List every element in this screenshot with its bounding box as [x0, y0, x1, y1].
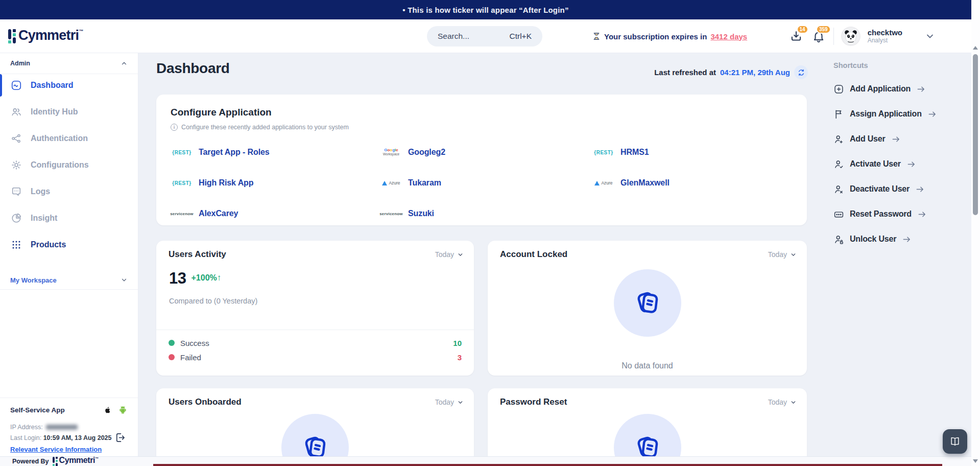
period-dropdown[interactable]: Today: [435, 250, 464, 259]
notifications-button[interactable]: 359: [811, 29, 826, 44]
arrow-right-icon: [906, 159, 916, 169]
sidebar-item-dashboard[interactable]: Dashboard: [0, 72, 138, 99]
chevron-down-icon: [457, 399, 464, 406]
user-menu[interactable]: checktwo Analyst: [868, 28, 902, 44]
legend-value: 10: [453, 339, 462, 347]
help-widget-button[interactable]: [943, 429, 967, 454]
arrow-right-icon: [916, 84, 926, 94]
legend-row-success: Success 10: [169, 337, 462, 349]
sidebar: Admin Dashboard: [0, 53, 138, 466]
shortcut-unlock-user[interactable]: Unlock User: [833, 232, 967, 246]
apple-icon[interactable]: [103, 405, 112, 415]
chevron-down-icon: [121, 276, 128, 284]
cymmetri-footer-logo: Cymmetri ™: [53, 456, 99, 466]
app-link[interactable]: Target App - Roles: [199, 148, 270, 157]
logout-icon[interactable]: [114, 432, 126, 446]
sidebar-item-label: Products: [31, 240, 66, 249]
flag-icon: [833, 109, 844, 120]
user-avatar[interactable]: [841, 27, 861, 46]
sidebar-item-insight[interactable]: Insight: [0, 205, 138, 231]
app-link[interactable]: High Risk App: [199, 178, 253, 188]
cymmetri-logo-mark-icon: [53, 457, 58, 466]
refresh-icon: [797, 68, 805, 77]
page-scrollbar[interactable]: [971, 0, 980, 466]
sidebar-item-logs[interactable]: Logs: [0, 178, 138, 205]
rest-badge: {REST}: [172, 180, 191, 186]
hourglass-icon: [592, 32, 601, 40]
search-input[interactable]: Search... Ctrl+K: [427, 26, 542, 46]
cymmetri-logo-mark-icon: [8, 29, 16, 43]
period-dropdown[interactable]: Today: [768, 398, 797, 406]
rest-badge: {REST}: [594, 150, 613, 155]
shortcuts-panel: Shortcuts Add Application Assign Applica…: [833, 61, 967, 257]
activity-legend: Success 10 Failed 3: [156, 330, 474, 365]
scrollbar-down-arrow[interactable]: [973, 459, 978, 463]
app-item: servicenow AlexCarey: [171, 202, 380, 225]
profile-chevron-down-icon[interactable]: [925, 31, 935, 41]
card-title: Account Locked: [500, 249, 567, 260]
subscription-text: Your subscription expires in: [604, 32, 707, 41]
azure-logo: Azure: [382, 180, 400, 185]
app-link[interactable]: Tukaram: [408, 178, 441, 188]
shortcut-add-application[interactable]: Add Application: [833, 82, 967, 96]
chevron-down-icon: [457, 251, 464, 258]
sidebar-section-my-workspace[interactable]: My Workspace: [0, 274, 138, 286]
admin-section-label: Admin: [10, 60, 30, 67]
powered-by-label: Powered By: [12, 458, 49, 465]
servicenow-logo: servicenow: [170, 212, 194, 216]
sidebar-divider: [0, 289, 138, 290]
sidebar-item-authentication[interactable]: Authentication: [0, 125, 138, 152]
gear-icon: [11, 159, 22, 171]
ip-address-redacted: [46, 425, 78, 430]
subscription-notice: Your subscription expires in 3412 days: [592, 19, 747, 53]
user-name: checktwo: [868, 28, 902, 37]
servicenow-logo: servicenow: [379, 212, 403, 216]
arrow-right-icon: [915, 184, 925, 194]
scrollbar-thumb[interactable]: [973, 54, 978, 215]
sidebar-bottom-panel: Self-Service App IP Addre: [0, 398, 138, 453]
configure-application-card: Configure Application i Configure these …: [156, 95, 807, 225]
period-dropdown[interactable]: Today: [768, 250, 797, 259]
shortcut-reset-password[interactable]: Reset Password: [833, 207, 967, 221]
android-icon[interactable]: [118, 405, 128, 415]
users-activity-card: Users Activity Today 13 +100%↑ Compared …: [156, 241, 474, 376]
success-dot-icon: [169, 340, 175, 346]
app-link[interactable]: HRMS1: [620, 148, 649, 157]
sidebar-section-admin[interactable]: Admin: [0, 57, 138, 69]
app-link[interactable]: GlenMaxwell: [620, 178, 670, 188]
pie-chart-icon: [11, 213, 22, 224]
app-item: {REST} High Risk App: [171, 172, 380, 194]
refresh-button[interactable]: [794, 65, 808, 79]
card-title: Users Activity: [169, 249, 226, 260]
sidebar-item-identity-hub[interactable]: Identity Hub: [0, 99, 138, 125]
no-data-text: No data found: [488, 361, 807, 370]
top-ticker-bar: • This is how ticker will appear “After …: [0, 0, 971, 19]
subscription-days-link[interactable]: 3412 days: [710, 32, 747, 41]
last-login-value: 10:59 AM, 13 Aug 2025: [43, 434, 112, 441]
app-item: Azure GlenMaxwell: [592, 172, 793, 194]
period-dropdown[interactable]: Today: [435, 398, 464, 406]
shortcut-assign-application[interactable]: Assign Application: [833, 107, 967, 121]
user-x-icon: [833, 184, 844, 195]
arrow-right-icon: [891, 134, 901, 144]
scrollbar-up-arrow[interactable]: [973, 46, 978, 50]
service-information-link[interactable]: Relevant Service Information: [10, 446, 128, 453]
up-arrow-icon: ↑: [217, 273, 222, 283]
arrow-right-icon: [927, 109, 937, 119]
shortcut-deactivate-user[interactable]: Deactivate User: [833, 182, 967, 196]
failed-dot-icon: [169, 354, 175, 360]
app-link[interactable]: Googleg2: [408, 148, 445, 157]
sidebar-item-label: Configurations: [31, 160, 89, 170]
sidebar-item-products[interactable]: Products: [0, 231, 138, 258]
bottom-ticker-edge: [153, 464, 942, 466]
shortcut-activate-user[interactable]: Activate User: [833, 157, 967, 171]
chevron-down-icon: [790, 399, 797, 406]
last-refreshed-time[interactable]: 04:21 PM, 29th Aug: [720, 68, 790, 77]
sidebar-item-configurations[interactable]: Configurations: [0, 152, 138, 178]
logs-chat-icon: [11, 186, 22, 197]
app-link[interactable]: Suzuki: [408, 209, 434, 218]
last-login-label: Last Login:: [10, 434, 41, 441]
download-button[interactable]: 14: [788, 29, 804, 44]
shortcut-add-user[interactable]: Add User: [833, 132, 967, 146]
app-link[interactable]: AlexCarey: [199, 209, 238, 218]
